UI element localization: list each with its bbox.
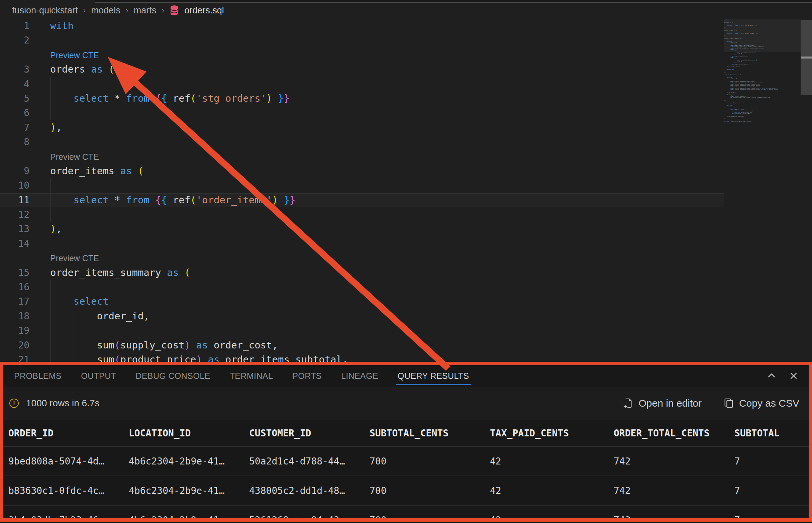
close-panel-icon[interactable] (789, 371, 799, 381)
table-cell: 7 (735, 456, 809, 467)
column-header-subtotal: SUBTOTAL (735, 428, 809, 439)
code-line[interactable]: 7), (0, 120, 724, 135)
line-number[interactable]: 8 (0, 135, 30, 149)
indent-guide (74, 309, 74, 323)
panel-action-icons (766, 371, 809, 381)
tab-bar-bottom-edge (95, 0, 812, 3)
results-table-header: ORDER_IDLOCATION_IDCUSTOMER_IDSUBTOTAL_C… (3, 420, 809, 447)
breadcrumb-separator: › (126, 6, 128, 15)
line-number[interactable]: 9 (0, 164, 30, 178)
tab-query-results[interactable]: QUERY RESULTS (398, 365, 469, 386)
indent-guide (50, 294, 51, 309)
copy-icon (724, 398, 734, 409)
line-number[interactable]: 6 (0, 106, 30, 120)
breadcrumb-item-marts[interactable]: marts (134, 5, 157, 16)
maximize-panel-icon[interactable] (766, 371, 777, 381)
results-actions: Open in editor Copy as CSV (623, 398, 799, 409)
table-cell: 3b4a03db-7b23-46… (8, 515, 129, 522)
line-number[interactable]: 19 (0, 323, 30, 338)
preview-cte-link[interactable]: Preview CTE (50, 51, 99, 60)
open-in-editor-button[interactable]: Open in editor (623, 398, 701, 409)
line-number[interactable]: 10 (0, 178, 30, 193)
tab-ports[interactable]: PORTS (292, 365, 322, 386)
line-number[interactable]: 5 (0, 91, 30, 106)
code-line[interactable]: 19 (0, 323, 724, 338)
preview-cte-link[interactable]: Preview CTE (50, 152, 99, 162)
table-cell: 700 (369, 456, 490, 467)
tab-output[interactable]: OUTPUT (81, 365, 116, 386)
breadcrumb-item-file[interactable]: orders.sql (184, 5, 224, 16)
column-header-customer_id: CUSTOMER_ID (249, 428, 369, 439)
table-cell: 7 (735, 485, 809, 496)
breadcrumb-separator: › (162, 6, 164, 15)
code-line[interactable]: 1with (0, 19, 724, 33)
table-cell: 438005c2-dd1d-48… (249, 485, 369, 496)
code-line[interactable]: 13), (0, 222, 724, 236)
code-line[interactable]: 16 (0, 280, 724, 294)
database-icon (169, 5, 179, 16)
line-number[interactable]: 2 (0, 33, 30, 48)
panel-bottom-strip (0, 522, 812, 523)
indent-guide (50, 338, 51, 353)
indent-guide (50, 91, 51, 106)
code-line[interactable]: 14 (0, 236, 724, 251)
line-number[interactable]: 20 (0, 338, 30, 353)
code-line[interactable]: 9order_items as ( (0, 164, 724, 178)
warning-icon: ! (10, 399, 19, 408)
code-line[interactable]: 4 (0, 77, 724, 91)
code-line[interactable]: 12 (0, 207, 724, 222)
table-cell: 4b6c2304-2b9e-41… (129, 485, 249, 496)
breadcrumb-item-project[interactable]: fusion-quickstart (12, 5, 78, 16)
code-line[interactable]: 20 sum(supply_cost) as order_cost, (0, 338, 724, 353)
breadcrumb-item-models[interactable]: models (91, 5, 121, 16)
bottom-panel: PROBLEMSOUTPUTDEBUG CONSOLETERMINALPORTS… (0, 362, 812, 522)
overview-ruler-cursor-marker (801, 56, 812, 58)
table-row[interactable]: 9bed808a-5074-4d…4b6c2304-2b9e-41…50a2d1… (3, 447, 809, 476)
line-number[interactable]: 4 (0, 77, 30, 91)
indent-guide (50, 178, 51, 193)
code-line[interactable]: 17 select (0, 294, 724, 309)
tab-problems[interactable]: PROBLEMS (14, 365, 61, 386)
breadcrumb-separator: › (83, 6, 86, 15)
line-number[interactable]: 13 (0, 222, 30, 236)
code-line[interactable]: 3orders as ( (0, 62, 724, 76)
code-line[interactable]: 2 (0, 33, 724, 48)
table-cell: 742 (614, 515, 735, 522)
indent-guide (50, 193, 51, 207)
table-cell: 742 (614, 456, 735, 467)
line-number[interactable]: 7 (0, 120, 30, 135)
copy-as-csv-button[interactable]: Copy as CSV (724, 398, 799, 409)
table-cell: 700 (369, 485, 490, 496)
indent-guide (50, 309, 51, 323)
code-line[interactable]: 6 (0, 106, 724, 120)
code-line[interactable]: 8 (0, 135, 724, 149)
code-line[interactable]: 5 select * from {{ ref('stg_orders') }} (0, 91, 724, 106)
tab-terminal[interactable]: TERMINAL (230, 365, 273, 386)
breadcrumb: fusion-quickstart › models › marts › ord… (12, 3, 224, 18)
tab-debug-console[interactable]: DEBUG CONSOLE (136, 365, 210, 386)
preview-cte-link[interactable]: Preview CTE (50, 253, 99, 263)
table-cell: b83630c1-0fdc-4c… (8, 485, 129, 496)
code-editor[interactable]: 1with2Preview CTE3orders as (45 select *… (0, 19, 724, 367)
results-info-row: ! 1000 rows in 6.7s Open in editor Copy … (3, 386, 809, 420)
table-row[interactable]: 3b4a03db-7b23-46…4b6c2304-2b9e-41…526126… (3, 506, 809, 522)
line-number[interactable]: 14 (0, 236, 30, 251)
line-number[interactable]: 3 (0, 62, 30, 76)
tab-lineage[interactable]: LINEAGE (341, 365, 378, 386)
table-cell: 5261268c-aa94-43… (249, 515, 369, 522)
table-row[interactable]: b83630c1-0fdc-4c…4b6c2304-2b9e-41…438005… (3, 476, 809, 506)
line-number[interactable]: 18 (0, 309, 30, 323)
code-line[interactable]: 11 select * from {{ ref('order_items') }… (0, 193, 724, 207)
line-number[interactable]: 16 (0, 280, 30, 294)
column-header-location_id: LOCATION_ID (129, 428, 249, 439)
table-cell: 4b6c2304-2b9e-41… (129, 456, 249, 467)
code-line[interactable]: 15order_items_summary as ( (0, 266, 724, 280)
line-number[interactable]: 1 (0, 19, 30, 33)
code-line[interactable]: 18 order_id, (0, 309, 724, 323)
line-number[interactable]: 12 (0, 207, 30, 222)
indent-guide (50, 280, 51, 294)
line-number[interactable]: 11 (0, 193, 30, 207)
line-number[interactable]: 17 (0, 294, 30, 309)
line-number[interactable]: 15 (0, 266, 30, 280)
code-line[interactable]: 10 (0, 178, 724, 193)
